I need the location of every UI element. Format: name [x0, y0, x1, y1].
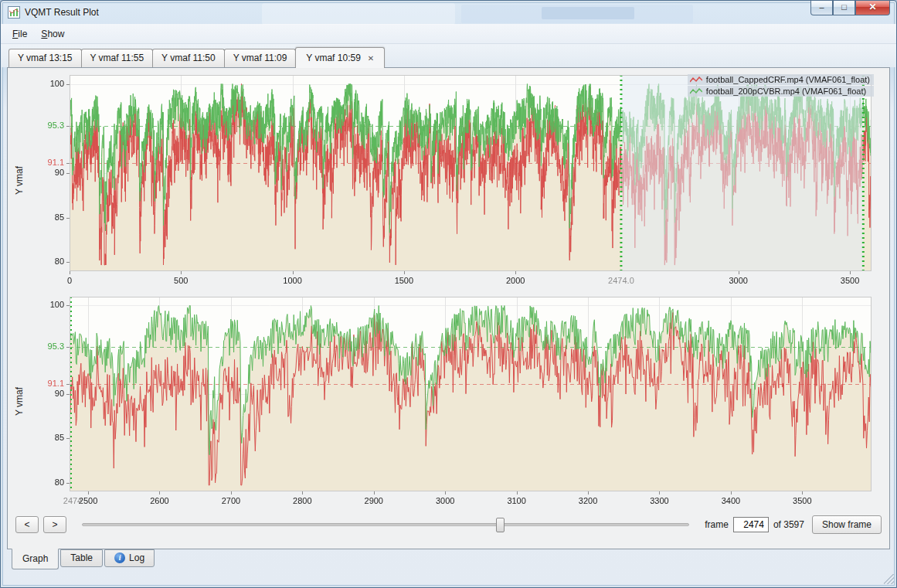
overview-chart-canvas[interactable]: [29, 70, 879, 290]
legend-item: football_200pCVBR.mp4 (VMAF061_float): [688, 86, 874, 97]
y-axis-label-top: Y vmaf: [14, 87, 29, 273]
tab-log[interactable]: i Log: [104, 549, 155, 567]
app-icon: [8, 6, 20, 19]
title-bar[interactable]: VQMT Result Plot – □ ✕: [1, 1, 896, 24]
glass-reflection: [262, 3, 455, 25]
view-tab-bar: Graph Table i Log: [1, 549, 896, 586]
resize-grip[interactable]: [884, 574, 894, 584]
show-frame-button[interactable]: Show frame: [812, 515, 882, 534]
maximize-button[interactable]: □: [833, 1, 855, 15]
series-line-icon-red: [690, 76, 702, 83]
menu-show[interactable]: Show: [34, 25, 71, 42]
glass-reflection: [461, 5, 693, 23]
frame-slider[interactable]: [82, 516, 689, 533]
legend-label: football_200pCVBR.mp4 (VMAF061_float): [706, 87, 866, 96]
minimize-button[interactable]: –: [810, 1, 833, 15]
tab-table[interactable]: Table: [60, 549, 103, 567]
menu-file[interactable]: File: [5, 25, 34, 42]
tab-y-vmaf-1315[interactable]: Y vmaf 13:15: [8, 49, 82, 67]
tab-y-vmaf-1155[interactable]: Y vmaf 11:55: [81, 49, 154, 67]
frame-input[interactable]: [733, 517, 769, 532]
overview-chart: Y vmaf football_CappedCRF.mp4 (VMAF061_f…: [14, 70, 886, 290]
prev-frame-button[interactable]: <: [15, 516, 39, 533]
plot-tab-bar: Y vmaf 13:15 Y vmaf 11:55 Y vmaf 11:50 Y…: [1, 44, 896, 67]
legend-item: football_CappedCRF.mp4 (VMAF061_float): [688, 74, 874, 85]
slider-track[interactable]: [82, 523, 689, 526]
frame-label: frame: [705, 519, 729, 530]
y-axis-label-bottom: Y vmaf: [14, 308, 29, 494]
frame-controls: < > frame of 3597 Show frame: [8, 510, 889, 534]
legend-label: football_CappedCRF.mp4 (VMAF061_float): [706, 75, 870, 84]
next-frame-button[interactable]: >: [43, 516, 66, 533]
tab-y-vmaf-1059[interactable]: Y vmaf 10:59✕: [295, 47, 385, 68]
tab-y-vmaf-1150[interactable]: Y vmaf 11:50: [152, 49, 225, 67]
window-controls: – □ ✕: [810, 1, 890, 15]
tab-y-vmaf-1109[interactable]: Y vmaf 11:09: [224, 49, 297, 67]
info-icon: i: [114, 552, 125, 563]
glass-reflection: [542, 7, 634, 19]
legend: football_CappedCRF.mp4 (VMAF061_float) f…: [688, 74, 874, 97]
menu-bar: File Show: [1, 24, 896, 44]
close-button[interactable]: ✕: [855, 1, 890, 15]
window-title: VQMT Result Plot: [25, 7, 99, 18]
series-line-icon-green: [690, 88, 702, 95]
frame-total: of 3597: [773, 519, 804, 530]
zoom-chart-canvas[interactable]: [29, 292, 879, 510]
zoom-chart: Y vmaf: [14, 292, 886, 510]
slider-thumb[interactable]: [496, 518, 505, 532]
tab-close-icon[interactable]: ✕: [368, 54, 374, 63]
vqmt-result-plot-window: VQMT Result Plot – □ ✕ File Show Y vmaf …: [0, 0, 897, 588]
tab-graph[interactable]: Graph: [12, 549, 59, 569]
graph-panel: Y vmaf football_CappedCRF.mp4 (VMAF061_f…: [7, 67, 890, 549]
